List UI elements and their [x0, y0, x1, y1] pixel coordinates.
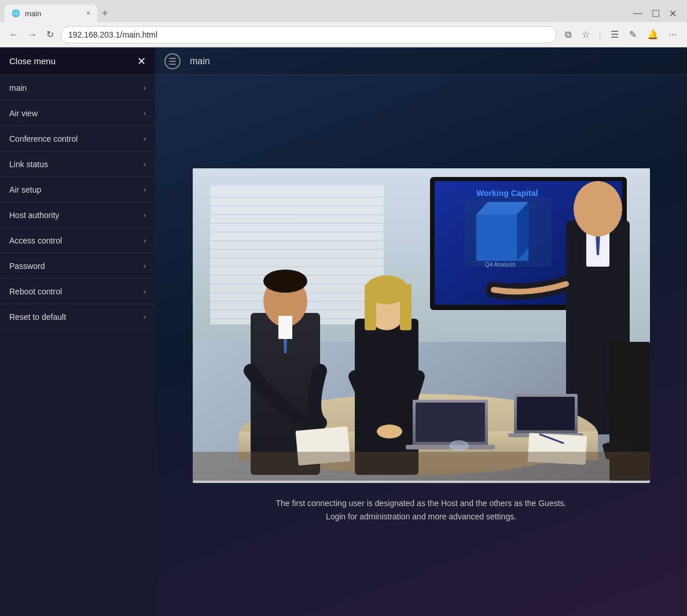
sidebar-item-air-setup[interactable]: Air setup ›: [0, 177, 155, 202]
conference-image: Working Capital Q4 Analysis: [193, 168, 650, 483]
chevron-right-icon: ›: [144, 109, 146, 117]
minimize-button[interactable]: —: [630, 6, 646, 21]
back-button[interactable]: ←: [7, 27, 21, 42]
chevron-right-icon: ›: [144, 84, 146, 92]
sidebar-item-air-view[interactable]: Air view ›: [0, 101, 155, 126]
menu-line-3: [169, 64, 176, 65]
sidebar-item-conference-control[interactable]: Conference control ›: [0, 126, 155, 152]
svg-rect-41: [400, 284, 412, 330]
menu-toggle-button[interactable]: [164, 53, 181, 69]
browser-toolbar: ← → ↻ ⧉ ☆ | ☰ ✎ 🔔 ···: [0, 22, 687, 47]
chevron-right-icon: ›: [144, 262, 146, 270]
svg-rect-36: [278, 316, 292, 339]
content-header: main: [155, 47, 687, 75]
chevron-right-icon: ›: [144, 160, 146, 168]
browser-tab[interactable]: 🌐 main ×: [5, 5, 97, 22]
chevron-right-icon: ›: [144, 237, 146, 245]
split-view-button[interactable]: ⧉: [561, 27, 575, 42]
sidebar-item-main[interactable]: main ›: [0, 75, 155, 101]
sidebar-item-access-control-label: Access control: [9, 236, 62, 245]
sidebar-header: Close menu ✕: [0, 47, 155, 75]
content-body: Working Capital Q4 Analysis: [155, 75, 687, 616]
svg-rect-47: [517, 397, 575, 430]
svg-rect-57: [193, 452, 650, 481]
hamburger-icon: [169, 58, 176, 65]
chevron-right-icon: ›: [144, 135, 146, 143]
tab-close-button[interactable]: ×: [86, 9, 90, 17]
reload-button[interactable]: ↻: [44, 27, 56, 42]
sidebar-item-air-view-label: Air view: [9, 109, 38, 118]
browser-actions: ⧉ ☆ | ☰ ✎ 🔔 ···: [561, 27, 681, 42]
sidebar-item-link-status[interactable]: Link status ›: [0, 152, 155, 177]
menu-circle-icon: [164, 53, 181, 69]
sidebar-item-reset-to-default-label: Reset to default: [9, 312, 66, 322]
app-layout: Close menu ✕ main › Air view › Conferenc…: [0, 47, 687, 616]
chevron-right-icon: ›: [144, 186, 146, 194]
address-bar[interactable]: [61, 26, 557, 43]
sidebar-item-air-setup-label: Air setup: [9, 185, 41, 194]
bookmark-button[interactable]: ☆: [578, 27, 593, 42]
menu-line-2: [169, 61, 176, 62]
sidebar-item-access-control[interactable]: Access control ›: [0, 228, 155, 253]
conference-scene-svg: Working Capital Q4 Analysis: [193, 168, 650, 481]
caption-line-2: Login for administration and more advanc…: [276, 510, 567, 523]
page-title: main: [190, 56, 210, 67]
sidebar-item-password-label: Password: [9, 261, 45, 271]
sidebar-item-host-authority[interactable]: Host authority ›: [0, 202, 155, 228]
chevron-right-icon: ›: [144, 287, 146, 296]
maximize-button[interactable]: ☐: [648, 6, 663, 21]
caption: The first connecting user is designated …: [276, 497, 567, 523]
forward-button[interactable]: →: [25, 27, 39, 42]
notifications-button[interactable]: 🔔: [644, 27, 662, 42]
more-button[interactable]: ···: [666, 27, 680, 42]
sidebar-item-host-authority-label: Host authority: [9, 211, 59, 220]
tab-title: main: [25, 9, 41, 18]
chevron-right-icon: ›: [144, 313, 146, 321]
sidebar-header-title: Close menu: [9, 56, 56, 66]
sidebar-item-link-status-label: Link status: [9, 160, 48, 169]
svg-text:Working Capital: Working Capital: [476, 189, 538, 198]
window-close-button[interactable]: ✕: [666, 6, 680, 21]
sidebar-item-main-label: main: [9, 83, 27, 93]
edit-button[interactable]: ✎: [626, 27, 640, 42]
content-area: main: [155, 47, 687, 616]
browser-chrome: 🌐 main × + — ☐ ✕ ← → ↻ ⧉ ☆ | ☰ ✎ 🔔 ···: [0, 0, 687, 47]
sidebar-item-reset-to-default[interactable]: Reset to default ›: [0, 304, 155, 330]
sidebar-item-password[interactable]: Password ›: [0, 253, 155, 279]
svg-text:Q4 Analysis: Q4 Analysis: [485, 261, 516, 268]
tab-bar: 🌐 main × + — ☐ ✕: [0, 0, 687, 22]
svg-rect-40: [365, 284, 376, 330]
svg-rect-44: [416, 403, 485, 442]
new-tab-button[interactable]: +: [97, 8, 113, 20]
menu-line-1: [169, 58, 176, 59]
sidebar-item-reboot-control-label: Reboot control: [9, 287, 62, 296]
reading-list-button[interactable]: ☰: [607, 27, 622, 42]
sidebar-item-conference-control-label: Conference control: [9, 134, 78, 143]
chevron-right-icon: ›: [144, 211, 146, 219]
svg-point-29: [574, 181, 622, 237]
svg-point-42: [377, 425, 402, 438]
sidebar-item-reboot-control[interactable]: Reboot control ›: [0, 279, 155, 304]
svg-point-51: [450, 441, 468, 451]
close-menu-button[interactable]: ✕: [137, 55, 146, 68]
svg-point-34: [263, 270, 307, 293]
caption-line-1: The first connecting user is designated …: [276, 497, 567, 510]
sidebar: Close menu ✕ main › Air view › Conferenc…: [0, 47, 155, 616]
